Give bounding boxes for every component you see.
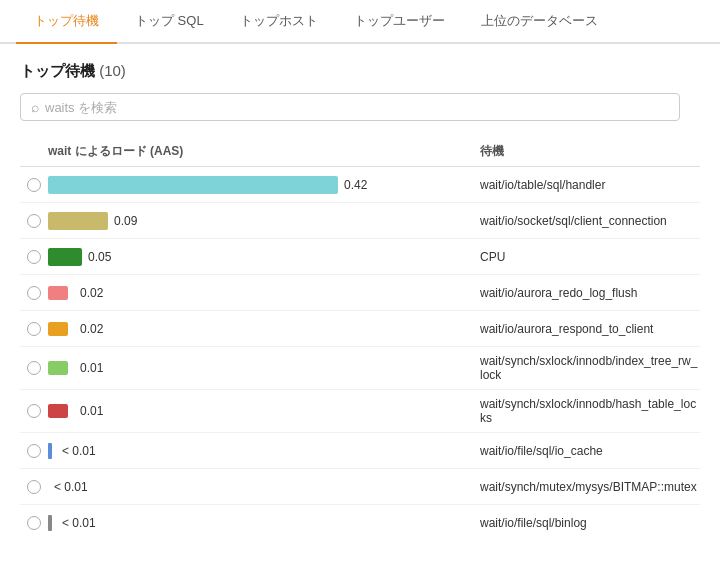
header-wait: 待機 <box>480 143 700 160</box>
tab-top-waits[interactable]: トップ待機 <box>16 0 117 44</box>
wait-name-9: wait/io/file/sql/binlog <box>480 516 700 530</box>
bar-value-6: 0.01 <box>80 404 103 418</box>
bar-swatch-3 <box>48 286 68 300</box>
bar-cell-3: 0.02 <box>48 286 480 300</box>
row-radio-2[interactable] <box>27 250 41 264</box>
row-radio-7[interactable] <box>27 444 41 458</box>
bar-value-5: 0.01 <box>80 361 103 375</box>
wait-name-7: wait/io/file/sql/io_cache <box>480 444 700 458</box>
bar-cell-2: 0.05 <box>48 248 480 266</box>
bar-cell-9: < 0.01 <box>48 515 480 531</box>
bar-value-9: < 0.01 <box>62 516 96 530</box>
row-radio-9[interactable] <box>27 516 41 530</box>
tab-bar: トップ待機 トップ SQL トップホスト トップユーザー 上位のデータベース <box>0 0 720 44</box>
row-radio-3[interactable] <box>27 286 41 300</box>
row-radio-0[interactable] <box>27 178 41 192</box>
bar-cell-8: < 0.01 <box>48 480 480 494</box>
bar-swatch-4 <box>48 322 68 336</box>
bar-value-4: 0.02 <box>80 322 103 336</box>
bar-cell-4: 0.02 <box>48 322 480 336</box>
row-radio-1[interactable] <box>27 214 41 228</box>
table-row: 0.01wait/synch/sxlock/innodb/index_tree_… <box>20 347 700 390</box>
tab-top-sql[interactable]: トップ SQL <box>117 0 222 44</box>
wait-name-6: wait/synch/sxlock/innodb/hash_table_lock… <box>480 397 700 425</box>
tab-top-db[interactable]: 上位のデータベース <box>463 0 616 44</box>
section-title: トップ待機 (10) <box>20 62 700 81</box>
bar-value-2: 0.05 <box>88 250 111 264</box>
bar-visual-2 <box>48 248 82 266</box>
table-row: 0.09wait/io/socket/sql/client_connection <box>20 203 700 239</box>
table-header: wait によるロード (AAS) 待機 <box>20 137 700 167</box>
table-body: 0.42wait/io/table/sql/handler0.09wait/io… <box>20 167 700 541</box>
wait-name-4: wait/io/aurora_respond_to_client <box>480 322 700 336</box>
header-load: wait によるロード (AAS) <box>48 143 480 160</box>
bar-tiny-7 <box>48 443 52 459</box>
bar-value-0: 0.42 <box>344 178 367 192</box>
search-icon: ⌕ <box>31 99 39 115</box>
tab-top-users[interactable]: トップユーザー <box>336 0 463 44</box>
table-row: 0.05CPU <box>20 239 700 275</box>
bar-cell-7: < 0.01 <box>48 443 480 459</box>
main-content: トップ待機 (10) ⌕ wait によるロード (AAS) 待機 0.42wa… <box>0 44 720 559</box>
search-input[interactable] <box>45 100 669 115</box>
table-row: 0.02wait/io/aurora_respond_to_client <box>20 311 700 347</box>
bar-swatch-5 <box>48 361 68 375</box>
tab-top-hosts[interactable]: トップホスト <box>222 0 336 44</box>
bar-cell-5: 0.01 <box>48 361 480 375</box>
wait-name-0: wait/io/table/sql/handler <box>480 178 700 192</box>
row-radio-6[interactable] <box>27 404 41 418</box>
search-box[interactable]: ⌕ <box>20 93 680 121</box>
bar-value-8: < 0.01 <box>54 480 88 494</box>
waits-table: wait によるロード (AAS) 待機 0.42wait/io/table/s… <box>20 137 700 541</box>
table-row: < 0.01wait/io/file/sql/io_cache <box>20 433 700 469</box>
wait-name-1: wait/io/socket/sql/client_connection <box>480 214 700 228</box>
wait-name-8: wait/synch/mutex/mysys/BITMAP::mutex <box>480 480 700 494</box>
wait-name-3: wait/io/aurora_redo_log_flush <box>480 286 700 300</box>
bar-tiny-9 <box>48 515 52 531</box>
bar-cell-0: 0.42 <box>48 176 480 194</box>
table-row: 0.02wait/io/aurora_redo_log_flush <box>20 275 700 311</box>
bar-value-1: 0.09 <box>114 214 137 228</box>
row-radio-5[interactable] <box>27 361 41 375</box>
bar-swatch-6 <box>48 404 68 418</box>
row-radio-4[interactable] <box>27 322 41 336</box>
bar-value-3: 0.02 <box>80 286 103 300</box>
table-row: 0.01wait/synch/sxlock/innodb/hash_table_… <box>20 390 700 433</box>
table-row: 0.42wait/io/table/sql/handler <box>20 167 700 203</box>
row-radio-8[interactable] <box>27 480 41 494</box>
wait-name-5: wait/synch/sxlock/innodb/index_tree_rw_l… <box>480 354 700 382</box>
table-row: < 0.01wait/io/file/sql/binlog <box>20 505 700 541</box>
wait-name-2: CPU <box>480 250 700 264</box>
table-row: < 0.01wait/synch/mutex/mysys/BITMAP::mut… <box>20 469 700 505</box>
bar-visual-0 <box>48 176 338 194</box>
bar-visual-1 <box>48 212 108 230</box>
bar-cell-1: 0.09 <box>48 212 480 230</box>
bar-cell-6: 0.01 <box>48 404 480 418</box>
bar-value-7: < 0.01 <box>62 444 96 458</box>
